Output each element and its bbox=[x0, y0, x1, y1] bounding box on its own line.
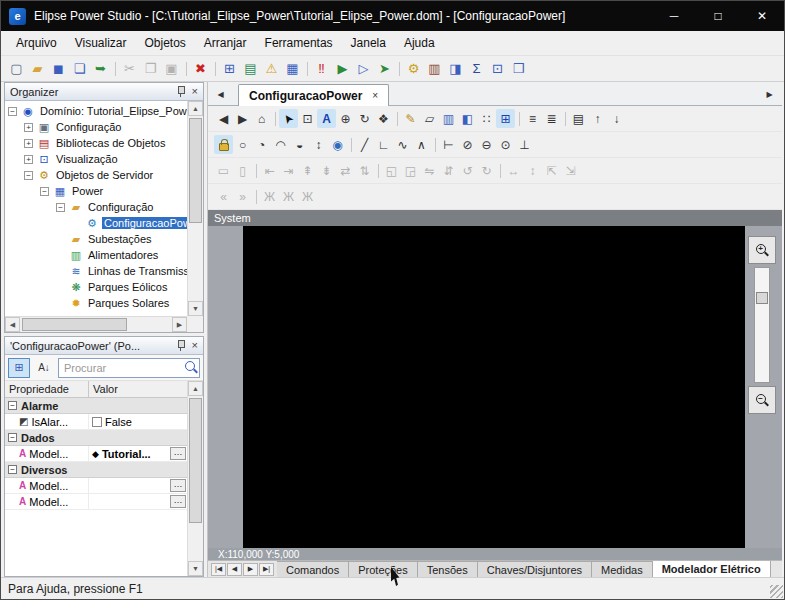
menu-item-arranjar[interactable]: Arranjar bbox=[195, 31, 256, 55]
nav-back-icon[interactable]: ◀ bbox=[214, 109, 233, 128]
align-lefts-icon[interactable]: ⇤ bbox=[260, 161, 279, 180]
zoom-out-button[interactable]: − bbox=[748, 386, 776, 414]
tree-item-configuracao-power[interactable]: ⚙ ConfiguracaoPower bbox=[5, 215, 187, 231]
tree-expander-icon[interactable]: + bbox=[24, 139, 33, 148]
shapes-tool-icon[interactable]: ▱ bbox=[420, 109, 439, 128]
tree-expander-icon[interactable]: − bbox=[56, 203, 65, 212]
align-tops-icon[interactable]: ⇞ bbox=[298, 161, 317, 180]
close-panel-icon[interactable]: × bbox=[192, 86, 198, 97]
autotransformer-icon[interactable]: Ж bbox=[298, 187, 317, 206]
rotate-left-icon[interactable]: ↺ bbox=[458, 161, 477, 180]
tree-item-subestacoes[interactable]: ▰ Subestações bbox=[5, 231, 187, 247]
rotate-right-icon[interactable]: ↻ bbox=[477, 161, 496, 180]
space-down-icon[interactable]: ↕ bbox=[523, 161, 542, 180]
tree-item-objetos-de-servidor[interactable]: − ⚙ Objetos de Servidor bbox=[5, 167, 187, 183]
watch-window-icon[interactable]: ⚠ bbox=[261, 59, 282, 79]
property-row-model-dados[interactable]: AModel... ◆Tutorial...… bbox=[5, 446, 187, 462]
first-tab-button[interactable]: |◀ bbox=[211, 563, 226, 576]
lower-object-icon[interactable]: ↓ bbox=[607, 109, 626, 128]
chart-tool-icon[interactable]: ▥ bbox=[439, 109, 458, 128]
menu-item-visualizar[interactable]: Visualizar bbox=[66, 31, 136, 55]
column-header-valor[interactable]: Valor bbox=[89, 383, 187, 395]
close-tab-icon[interactable]: × bbox=[372, 90, 378, 101]
tree-item-visualizacao[interactable]: + ⊡ Visualização bbox=[5, 151, 187, 167]
tree-horizontal-scrollbar[interactable]: ◀ ▶ bbox=[5, 316, 187, 332]
tree-item-configuracao[interactable]: + ▣ Configuração bbox=[5, 119, 187, 135]
viewer-window-icon[interactable]: ❒ bbox=[508, 59, 529, 79]
tab-comandos[interactable]: Comandos bbox=[277, 561, 349, 577]
tree-item-power-configuracao[interactable]: − ▰ Configuração bbox=[5, 199, 187, 215]
organizer-window-icon[interactable]: ⊞ bbox=[219, 59, 240, 79]
same-height-icon[interactable]: ▯ bbox=[233, 161, 252, 180]
scroll-left-icon[interactable]: ◀ bbox=[5, 317, 20, 332]
category-collapse-icon[interactable]: − bbox=[8, 433, 17, 442]
tree-expander-icon[interactable]: + bbox=[24, 123, 33, 132]
close-panel-icon[interactable]: × bbox=[192, 340, 198, 351]
transformer-3w-icon[interactable]: Ж bbox=[279, 187, 298, 206]
zigzag-line-tool-icon[interactable]: ∿ bbox=[393, 135, 412, 154]
cut-icon[interactable]: ✂ bbox=[119, 59, 140, 79]
to-back-icon[interactable]: ⇲ bbox=[561, 161, 580, 180]
insert-object-icon[interactable]: ⚙ bbox=[403, 59, 424, 79]
arc-tool-icon[interactable]: ◠ bbox=[271, 135, 290, 154]
ungroup-icon[interactable]: ◲ bbox=[401, 161, 420, 180]
next-tab-button[interactable]: ▶ bbox=[243, 563, 258, 576]
property-row-model-2[interactable]: AModel... … bbox=[5, 494, 187, 510]
breaker-tool-icon[interactable]: ⊘ bbox=[458, 135, 477, 154]
ellipsis-button[interactable]: … bbox=[170, 479, 186, 492]
node-tool-icon[interactable]: ⊙ bbox=[496, 135, 515, 154]
rotate-tool-icon[interactable]: ↻ bbox=[355, 109, 374, 128]
tab-tensoes[interactable]: Tensões bbox=[418, 561, 478, 577]
menu-item-arquivo[interactable]: Arquivo bbox=[7, 31, 66, 55]
menu-item-ajuda[interactable]: Ajuda bbox=[395, 31, 444, 55]
lock-icon[interactable] bbox=[214, 135, 233, 154]
step-line-tool-icon[interactable]: ∟ bbox=[374, 135, 393, 154]
text-tool-icon[interactable]: A bbox=[317, 109, 336, 128]
tree-vertical-scrollbar[interactable]: ▲ ▼ bbox=[187, 101, 203, 316]
switch-tool-icon[interactable]: ⊖ bbox=[477, 135, 496, 154]
tree-item-linhas-de-transmissao[interactable]: ≋ Linhas de Transmissão bbox=[5, 263, 187, 279]
zoom-slider-thumb[interactable] bbox=[756, 292, 768, 304]
nav-forward-icon[interactable]: ▶ bbox=[233, 109, 252, 128]
menu-item-janela[interactable]: Janela bbox=[342, 31, 395, 55]
transformer-2w-icon[interactable]: Ж bbox=[260, 187, 279, 206]
save-all-icon[interactable]: ❏ bbox=[69, 59, 90, 79]
zoom-in-button[interactable]: + bbox=[748, 236, 776, 264]
run-application-icon[interactable]: ▶ bbox=[332, 59, 353, 79]
to-front-icon[interactable]: ⇱ bbox=[542, 161, 561, 180]
new-document-icon[interactable]: ▢ bbox=[6, 59, 27, 79]
snap-grid-icon[interactable]: ⊞ bbox=[496, 109, 515, 128]
category-row-alarme[interactable]: − Alarme bbox=[5, 398, 187, 414]
close-button[interactable]: ✕ bbox=[740, 1, 784, 31]
tree-item-bibliotecas-de-objetos[interactable]: + ▤ Bibliotecas de Objetos bbox=[5, 135, 187, 151]
tree-item-power[interactable]: − ▦ Power bbox=[5, 183, 187, 199]
checkbox-icon[interactable] bbox=[92, 417, 102, 427]
column-header-propriedade[interactable]: Propriedade bbox=[5, 381, 89, 397]
distribute-vertical-icon[interactable]: ⇅ bbox=[355, 161, 374, 180]
space-across-icon[interactable]: ↔ bbox=[504, 161, 523, 180]
align-justify-icon[interactable]: ≣ bbox=[542, 109, 561, 128]
tab-protecoes[interactable]: Proteções bbox=[349, 561, 418, 577]
ellipse-tool-icon[interactable]: ○ bbox=[233, 135, 252, 154]
layers-icon[interactable]: ▤ bbox=[569, 109, 588, 128]
save-icon[interactable]: ◼ bbox=[48, 59, 69, 79]
align-left-icon[interactable]: ≡ bbox=[523, 109, 542, 128]
property-row-isalarm[interactable]: ◩IsAlar... False bbox=[5, 414, 187, 430]
properties-vertical-scrollbar[interactable]: ▲ ▼ bbox=[187, 381, 203, 576]
paste-icon[interactable]: ▣ bbox=[161, 59, 182, 79]
tree-item-alimentadores[interactable]: ▥ Alimentadores bbox=[5, 247, 187, 263]
verify-scripts-icon[interactable]: ‼ bbox=[311, 59, 332, 79]
category-row-dados[interactable]: − Dados bbox=[5, 430, 187, 446]
pan-tool-icon[interactable]: ❖ bbox=[374, 109, 393, 128]
scroll-right-icon[interactable]: ▶ bbox=[172, 317, 187, 332]
display-tool-icon[interactable]: ◧ bbox=[458, 109, 477, 128]
tree-expander-icon[interactable]: + bbox=[24, 155, 33, 164]
resize-grip[interactable] bbox=[770, 585, 783, 598]
flip-horizontal-icon[interactable]: ⇋ bbox=[420, 161, 439, 180]
zoom-slider[interactable] bbox=[754, 267, 770, 383]
property-row-model-1[interactable]: AModel... … bbox=[5, 478, 187, 494]
scrollbar-thumb[interactable] bbox=[22, 318, 127, 331]
category-collapse-icon[interactable]: − bbox=[8, 465, 17, 474]
home-icon[interactable]: ⌂ bbox=[252, 109, 271, 128]
scroll-down-icon[interactable]: ▼ bbox=[188, 301, 203, 316]
